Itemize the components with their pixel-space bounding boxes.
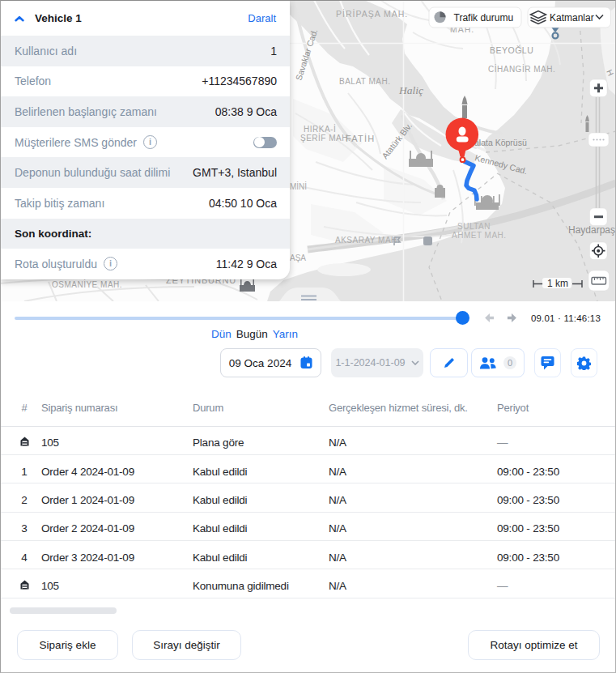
- svg-text:alata Köprüsü: alata Köprüsü: [474, 138, 527, 147]
- svg-text:Trafik durumu: Trafik durumu: [454, 12, 514, 23]
- svg-text:AKSARAY MAH.: AKSARAY MAH.: [335, 236, 400, 245]
- svg-text:AŞA: AŞA: [290, 253, 306, 262]
- svg-text:Haydarpaşa: Haydarpaşa: [568, 224, 616, 236]
- svg-text:ŞERİF MAH.: ŞERİF MAH.: [300, 133, 350, 143]
- svg-text:FATİH: FATİH: [346, 134, 375, 143]
- svg-text:HIRKA-İ: HIRKA-İ: [304, 124, 336, 134]
- svg-text:1 km: 1 km: [547, 278, 568, 289]
- svg-text:BEYOĞLU: BEYOĞLU: [490, 45, 533, 55]
- svg-text:MİNİ: MİNİ: [290, 181, 307, 191]
- svg-text:PİRİPAŞA MAH.: PİRİPAŞA MAH.: [336, 9, 408, 19]
- svg-text:BALAT MAH.: BALAT MAH.: [339, 77, 391, 86]
- svg-text:Katmanlar: Katmanlar: [550, 12, 594, 23]
- svg-text:CİHANGİR MAH.: CİHANGİR MAH.: [488, 64, 555, 74]
- svg-text:Haliç: Haliç: [398, 84, 423, 96]
- svg-text:AHMET MAH.: AHMET MAH.: [452, 231, 507, 240]
- svg-text:OSMANİYE MAH.: OSMANİYE MAH.: [52, 279, 122, 289]
- svg-text:SULTAN: SULTAN: [457, 222, 491, 231]
